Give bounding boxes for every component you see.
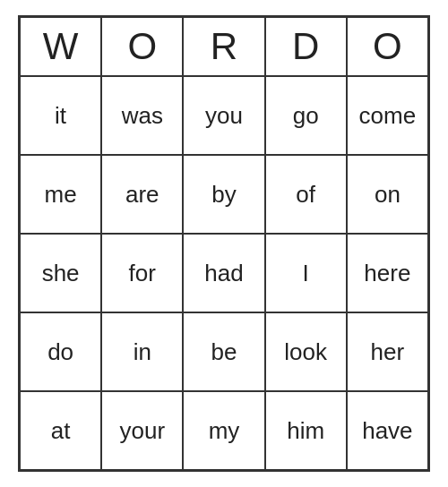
cell-r2-c1: me xyxy=(20,155,101,234)
cell-r3-c1: she xyxy=(20,234,101,312)
cell-r2-c2: are xyxy=(101,155,183,234)
cell-r4-c5: her xyxy=(347,312,428,391)
cell-r3-c3: had xyxy=(183,234,264,312)
cell-r5-c5: have xyxy=(347,391,428,470)
cell-r5-c1: at xyxy=(20,391,101,470)
cell-r2-c5: on xyxy=(347,155,428,234)
cell-r3-c4: I xyxy=(265,234,347,312)
cell-r1-c3: you xyxy=(183,76,264,155)
cell-r2-c4: of xyxy=(265,155,347,234)
header-o2: O xyxy=(347,17,428,76)
cell-r1-c5: come xyxy=(347,76,428,155)
header-o1: O xyxy=(101,17,183,76)
cell-r3-c2: for xyxy=(101,234,183,312)
cell-r3-c5: here xyxy=(347,234,428,312)
cell-r5-c4: him xyxy=(265,391,347,470)
cell-r2-c3: by xyxy=(183,155,264,234)
cell-r1-c1: it xyxy=(20,76,101,155)
cell-r5-c2: your xyxy=(101,391,183,470)
header-d: D xyxy=(265,17,347,76)
cell-r1-c2: was xyxy=(101,76,183,155)
cell-r4-c4: look xyxy=(265,312,347,391)
cell-r4-c2: in xyxy=(101,312,183,391)
cell-r4-c1: do xyxy=(20,312,101,391)
header-w: W xyxy=(20,17,101,76)
cell-r4-c3: be xyxy=(183,312,264,391)
cell-r5-c3: my xyxy=(183,391,264,470)
cell-r1-c4: go xyxy=(265,76,347,155)
header-r: R xyxy=(183,17,264,76)
bingo-card: W O R D O it was you go come me are by o… xyxy=(18,15,430,472)
